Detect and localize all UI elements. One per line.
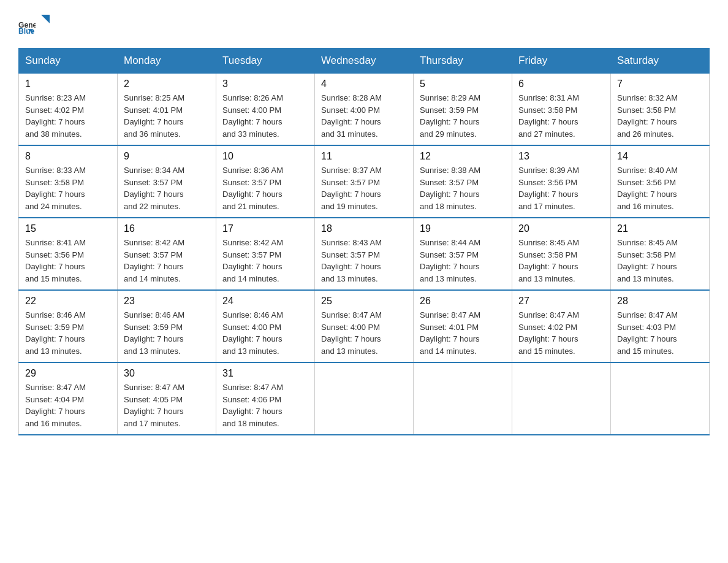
day-number: 4 (321, 79, 407, 90)
day-number: 31 (222, 368, 308, 379)
day-number: 8 (25, 151, 111, 162)
day-info: Sunrise: 8:44 AM Sunset: 3:57 PM Dayligh… (420, 237, 506, 285)
day-cell: 25 Sunrise: 8:47 AM Sunset: 4:00 PM Dayl… (315, 290, 414, 362)
day-info: Sunrise: 8:47 AM Sunset: 4:04 PM Dayligh… (25, 381, 111, 429)
day-cell: 4 Sunrise: 8:28 AM Sunset: 4:00 PM Dayli… (315, 74, 414, 146)
day-number: 12 (420, 151, 506, 162)
logo: General Blue (18, 12, 53, 42)
day-cell: 14 Sunrise: 8:40 AM Sunset: 3:56 PM Dayl… (611, 145, 710, 218)
header-wednesday: Wednesday (315, 48, 414, 74)
week-row-1: 1 Sunrise: 8:23 AM Sunset: 4:02 PM Dayli… (19, 74, 710, 146)
day-info: Sunrise: 8:29 AM Sunset: 3:59 PM Dayligh… (420, 92, 506, 140)
logo-triangle-icon (39, 12, 52, 26)
day-cell: 7 Sunrise: 8:32 AM Sunset: 3:58 PM Dayli… (611, 74, 710, 146)
day-info: Sunrise: 8:34 AM Sunset: 3:57 PM Dayligh… (124, 164, 210, 212)
day-number: 23 (124, 296, 210, 307)
day-info: Sunrise: 8:33 AM Sunset: 3:58 PM Dayligh… (25, 164, 111, 212)
day-cell: 28 Sunrise: 8:47 AM Sunset: 4:03 PM Dayl… (611, 290, 710, 362)
day-number: 13 (518, 151, 604, 162)
day-number: 7 (617, 79, 703, 90)
day-number: 2 (124, 79, 210, 90)
header-thursday: Thursday (414, 48, 512, 74)
calendar-header-row: SundayMondayTuesdayWednesdayThursdayFrid… (19, 48, 710, 74)
day-number: 25 (321, 296, 407, 307)
day-number: 26 (420, 296, 506, 307)
day-cell: 1 Sunrise: 8:23 AM Sunset: 4:02 PM Dayli… (19, 74, 118, 146)
day-cell: 22 Sunrise: 8:46 AM Sunset: 3:59 PM Dayl… (19, 290, 118, 362)
day-cell: 12 Sunrise: 8:38 AM Sunset: 3:57 PM Dayl… (414, 145, 512, 218)
day-info: Sunrise: 8:36 AM Sunset: 3:57 PM Dayligh… (222, 164, 308, 212)
week-row-4: 22 Sunrise: 8:46 AM Sunset: 3:59 PM Dayl… (19, 290, 710, 362)
day-cell (512, 362, 611, 435)
day-cell: 31 Sunrise: 8:47 AM Sunset: 4:06 PM Dayl… (216, 362, 315, 435)
day-cell: 9 Sunrise: 8:34 AM Sunset: 3:57 PM Dayli… (118, 145, 216, 218)
day-cell: 13 Sunrise: 8:39 AM Sunset: 3:56 PM Dayl… (512, 145, 611, 218)
svg-text:Blue: Blue (18, 27, 35, 36)
day-cell: 21 Sunrise: 8:45 AM Sunset: 3:58 PM Dayl… (611, 218, 710, 290)
day-cell: 26 Sunrise: 8:47 AM Sunset: 4:01 PM Dayl… (414, 290, 512, 362)
day-info: Sunrise: 8:37 AM Sunset: 3:57 PM Dayligh… (321, 164, 407, 212)
week-row-5: 29 Sunrise: 8:47 AM Sunset: 4:04 PM Dayl… (19, 362, 710, 435)
day-info: Sunrise: 8:47 AM Sunset: 4:02 PM Dayligh… (518, 309, 604, 357)
day-info: Sunrise: 8:47 AM Sunset: 4:01 PM Dayligh… (420, 309, 506, 357)
day-number: 1 (25, 79, 111, 90)
day-info: Sunrise: 8:47 AM Sunset: 4:06 PM Dayligh… (222, 381, 308, 429)
day-cell (315, 362, 414, 435)
day-cell: 5 Sunrise: 8:29 AM Sunset: 3:59 PM Dayli… (414, 74, 512, 146)
day-cell: 6 Sunrise: 8:31 AM Sunset: 3:58 PM Dayli… (512, 74, 611, 146)
day-number: 17 (222, 223, 308, 234)
day-number: 21 (617, 223, 703, 234)
day-info: Sunrise: 8:32 AM Sunset: 3:58 PM Dayligh… (617, 92, 703, 140)
day-info: Sunrise: 8:31 AM Sunset: 3:58 PM Dayligh… (518, 92, 604, 140)
day-info: Sunrise: 8:28 AM Sunset: 4:00 PM Dayligh… (321, 92, 407, 140)
header-tuesday: Tuesday (216, 48, 315, 74)
day-info: Sunrise: 8:26 AM Sunset: 4:00 PM Dayligh… (222, 92, 308, 140)
page-header: General Blue (18, 12, 710, 42)
day-number: 20 (518, 223, 604, 234)
day-number: 30 (124, 368, 210, 379)
day-info: Sunrise: 8:46 AM Sunset: 3:59 PM Dayligh… (25, 309, 111, 357)
day-cell (414, 362, 512, 435)
day-number: 15 (25, 223, 111, 234)
day-number: 22 (25, 296, 111, 307)
day-cell (611, 362, 710, 435)
day-info: Sunrise: 8:23 AM Sunset: 4:02 PM Dayligh… (25, 92, 111, 140)
day-number: 27 (518, 296, 604, 307)
day-cell: 19 Sunrise: 8:44 AM Sunset: 3:57 PM Dayl… (414, 218, 512, 290)
header-saturday: Saturday (611, 48, 710, 74)
day-info: Sunrise: 8:47 AM Sunset: 4:03 PM Dayligh… (617, 309, 703, 357)
day-number: 3 (222, 79, 308, 90)
day-number: 28 (617, 296, 703, 307)
header-monday: Monday (118, 48, 216, 74)
day-info: Sunrise: 8:39 AM Sunset: 3:56 PM Dayligh… (518, 164, 604, 212)
day-number: 14 (617, 151, 703, 162)
day-info: Sunrise: 8:42 AM Sunset: 3:57 PM Dayligh… (222, 237, 308, 285)
day-cell: 11 Sunrise: 8:37 AM Sunset: 3:57 PM Dayl… (315, 145, 414, 218)
day-info: Sunrise: 8:25 AM Sunset: 4:01 PM Dayligh… (124, 92, 210, 140)
day-number: 5 (420, 79, 506, 90)
logo-icon: General Blue (18, 18, 36, 36)
day-cell: 16 Sunrise: 8:42 AM Sunset: 3:57 PM Dayl… (118, 218, 216, 290)
day-info: Sunrise: 8:47 AM Sunset: 4:00 PM Dayligh… (321, 309, 407, 357)
day-info: Sunrise: 8:40 AM Sunset: 3:56 PM Dayligh… (617, 164, 703, 212)
day-cell: 27 Sunrise: 8:47 AM Sunset: 4:02 PM Dayl… (512, 290, 611, 362)
day-cell: 30 Sunrise: 8:47 AM Sunset: 4:05 PM Dayl… (118, 362, 216, 435)
svg-marker-3 (41, 15, 50, 23)
day-cell: 8 Sunrise: 8:33 AM Sunset: 3:58 PM Dayli… (19, 145, 118, 218)
day-cell: 3 Sunrise: 8:26 AM Sunset: 4:00 PM Dayli… (216, 74, 315, 146)
week-row-2: 8 Sunrise: 8:33 AM Sunset: 3:58 PM Dayli… (19, 145, 710, 218)
day-number: 9 (124, 151, 210, 162)
day-number: 10 (222, 151, 308, 162)
day-info: Sunrise: 8:41 AM Sunset: 3:56 PM Dayligh… (25, 237, 111, 285)
day-cell: 29 Sunrise: 8:47 AM Sunset: 4:04 PM Dayl… (19, 362, 118, 435)
day-cell: 10 Sunrise: 8:36 AM Sunset: 3:57 PM Dayl… (216, 145, 315, 218)
day-info: Sunrise: 8:43 AM Sunset: 3:57 PM Dayligh… (321, 237, 407, 285)
day-info: Sunrise: 8:45 AM Sunset: 3:58 PM Dayligh… (518, 237, 604, 285)
day-info: Sunrise: 8:47 AM Sunset: 4:05 PM Dayligh… (124, 381, 210, 429)
calendar-table: SundayMondayTuesdayWednesdayThursdayFrid… (18, 48, 710, 435)
day-info: Sunrise: 8:42 AM Sunset: 3:57 PM Dayligh… (124, 237, 210, 285)
day-info: Sunrise: 8:46 AM Sunset: 4:00 PM Dayligh… (222, 309, 308, 357)
day-number: 16 (124, 223, 210, 234)
day-cell: 23 Sunrise: 8:46 AM Sunset: 3:59 PM Dayl… (118, 290, 216, 362)
day-number: 6 (518, 79, 604, 90)
